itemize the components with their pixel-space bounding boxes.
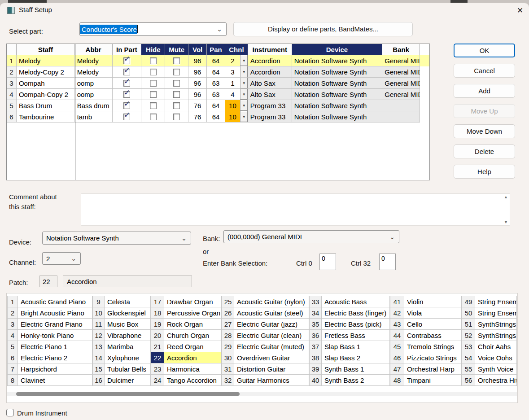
mute-checkbox[interactable] [173,102,180,109]
pan-cell[interactable]: 63 [207,89,225,100]
patch-item[interactable]: 24Tango Accordion [151,375,222,386]
patch-item[interactable]: 31Distortion Guitar [222,363,309,375]
hide-checkbox-cell[interactable] [141,66,165,78]
instrument-cell[interactable]: Accordion [248,55,292,66]
patch-item[interactable]: 35Electric Bass (pick) [309,319,390,330]
hide-checkbox[interactable] [150,80,157,87]
patch-item[interactable]: 43Cello [390,319,462,330]
patch-item[interactable]: 32Guitar Harmonics [222,375,309,386]
in-part-checkbox-cell[interactable]: ✓ [113,111,142,122]
in-part-checkbox-cell[interactable]: ✓ [113,100,142,111]
chnl-cell[interactable]: 4▾ [225,89,248,100]
in-part-checkbox[interactable]: ✓ [123,102,130,109]
patch-item[interactable]: 34Electric Bass (finger) [309,307,390,319]
cancel-button[interactable]: Cancel [454,64,515,78]
chnl-cell[interactable]: 10▾ [225,100,248,111]
patch-item[interactable]: 50String Ensemble 2 [462,307,517,319]
close-icon[interactable]: ✕ [512,4,529,18]
abbr-cell[interactable]: Melody [75,55,113,66]
hide-checkbox[interactable] [150,69,157,75]
row-number[interactable]: 6 [7,111,17,122]
bank-cell[interactable] [382,111,420,122]
ctrl0-field[interactable]: 0 [319,254,336,270]
horizontal-scrollbar[interactable] [7,392,517,396]
bank-cell[interactable] [382,100,420,111]
staff-name-cell[interactable]: Oompah [17,78,75,89]
pan-cell[interactable]: 64 [207,55,225,66]
patch-item[interactable]: 9Celesta [92,296,151,307]
staff-name-cell[interactable]: Bass Drum [17,100,75,111]
patch-item[interactable]: 12Vibraphone [92,330,151,341]
patch-item[interactable]: 20Church Organ [151,330,222,341]
patch-item[interactable]: 55Synth Voice [462,363,517,375]
patch-item[interactable]: 6Electric Piano 2 [7,352,92,363]
patch-item[interactable]: 18Percussive Organ [151,307,222,319]
bank-cell[interactable]: General MIDI [382,78,420,89]
instrument-cell[interactable]: Alto Sax [248,89,292,100]
device-cell[interactable]: Notation Software Synth [292,78,383,89]
patch-item[interactable]: 3Electric Grand Piano [7,319,92,330]
patch-item[interactable]: 16Dulcimer [92,375,151,386]
bank-cell[interactable]: General MIDI [382,55,420,66]
patch-item[interactable]: 41Violin [390,296,462,307]
row-number[interactable]: 4 [7,89,17,100]
instrument-cell[interactable]: Accordion [248,66,292,78]
staff-name-cell[interactable]: Melody-Copy 2 [17,66,75,78]
vol-cell[interactable]: 76 [188,100,207,111]
channel-dropdown[interactable]: 2 ⌄ [42,252,81,265]
chnl-dropdown-icon[interactable]: ▾ [240,66,248,77]
patch-item[interactable]: 39Synth Bass 1 [309,363,390,375]
abbr-cell[interactable]: Melody [75,66,113,78]
comment-textarea[interactable]: ▲ ▼ [81,193,510,226]
patch-name-field[interactable]: Accordion [63,276,192,287]
patch-item[interactable]: 4Honky-tonk Piano [7,330,92,341]
mute-checkbox[interactable] [173,91,180,98]
chnl-dropdown-icon[interactable]: ▾ [240,55,248,66]
instrument-cell[interactable]: Program 33 [248,111,292,122]
chnl-cell[interactable]: 3▾ [225,66,248,78]
abbr-cell[interactable]: oomp [75,89,113,100]
patch-item[interactable]: 38Slap Bass 2 [309,352,390,363]
mute-checkbox[interactable] [173,80,180,87]
in-part-checkbox-cell[interactable]: ✓ [113,66,142,78]
patch-item[interactable]: 7Harpsichord [7,363,92,375]
in-part-checkbox[interactable]: ✓ [123,57,130,64]
bank-cell[interactable]: General MIDI [382,89,420,100]
patch-item[interactable]: 27Electric Guitar (jazz) [222,319,309,330]
instrument-cell[interactable]: Program 33 [248,100,292,111]
scroll-down-icon[interactable]: ▼ [504,220,508,224]
patch-item[interactable]: 19Rock Organ [151,319,222,330]
pan-cell[interactable]: 64 [207,100,225,111]
chnl-dropdown-icon[interactable]: ▾ [240,89,248,100]
hide-checkbox[interactable] [150,114,157,120]
display-or-define-parts-button[interactable]: Display or define parts, BandMates... [233,22,413,36]
hide-checkbox-cell[interactable] [141,55,165,66]
hide-checkbox[interactable] [150,102,157,109]
pan-cell[interactable]: 64 [207,111,225,122]
staff-name-cell[interactable]: Tambourine [17,111,75,122]
staff-row[interactable]: 4Oompah-Copy 2oomp✓96634▾Alto SaxNotatio… [7,89,429,100]
vol-cell[interactable]: 96 [188,78,207,89]
device-cell[interactable]: Notation Software Synth [292,55,383,66]
hide-checkbox-cell[interactable] [141,89,165,100]
patch-item[interactable]: 22Accordion [151,352,222,363]
in-part-checkbox[interactable]: ✓ [123,69,130,75]
patch-item[interactable]: 21Reed Organ [151,341,222,352]
vol-cell[interactable]: 96 [188,89,207,100]
staff-name-cell[interactable]: Melody [17,55,75,66]
vol-cell[interactable]: 96 [188,66,207,78]
scrollbar-thumb[interactable] [16,392,240,396]
device-cell[interactable]: Notation Software Synth [292,111,383,122]
patch-number-field[interactable]: 22 [39,276,57,287]
hide-checkbox-cell[interactable] [141,78,165,89]
hide-checkbox[interactable] [150,91,157,98]
patch-item[interactable]: 37Slap Bass 1 [309,341,390,352]
patch-item[interactable]: 40Synth Bass 2 [309,375,390,386]
device-dropdown[interactable]: Notation Software Synth ⌄ [42,232,191,245]
in-part-checkbox[interactable]: ✓ [123,80,130,87]
scroll-up-icon[interactable]: ▲ [504,195,508,199]
patch-item[interactable]: 47Orchestral Harp [390,363,462,375]
patch-item[interactable]: 2Bright Acoustic Piano [7,307,92,319]
instrument-cell[interactable]: Alto Sax [248,78,292,89]
patch-item[interactable]: 44Contrabass [390,330,462,341]
